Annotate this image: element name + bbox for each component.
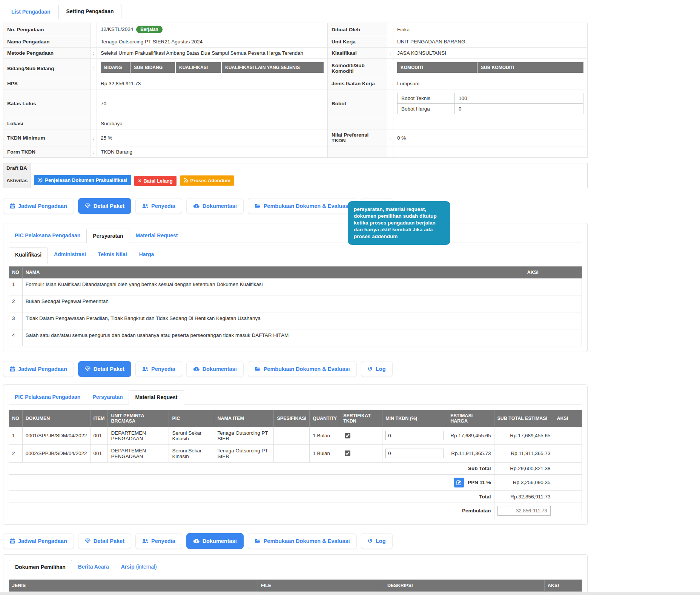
pembulatan-label: Pembulatan — [447, 503, 494, 519]
tab-pic-pelaksana[interactable]: PIC Pelaksana Pengadaan — [9, 390, 86, 404]
tab-arsip-internal[interactable]: Arsip (internal) — [115, 560, 163, 574]
s2-subtabs: PIC Pelaksana Pengadaan Persyaratan Mate… — [9, 390, 582, 404]
s3-log-button[interactable]: ↺ Log — [361, 533, 393, 549]
persyaratan-panel: PIC Pelaksana Pengadaan Persyaratan Mate… — [3, 223, 588, 352]
sub-total-value: Rp.29,600,821.38 — [494, 462, 554, 474]
calendar-icon — [10, 366, 15, 372]
tab-kualifikasi[interactable]: Kualifikasi — [9, 248, 48, 264]
aksi-cell — [524, 312, 582, 329]
aksi-cell — [524, 278, 582, 295]
aksi-cell — [524, 295, 582, 312]
rss-icon — [184, 178, 188, 183]
page-tabs: List Pengadaan Setting Pengadaan — [3, 4, 588, 19]
gem-icon — [85, 366, 91, 371]
x-icon: × — [138, 179, 141, 183]
s2-log-button[interactable]: ↺ Log — [361, 361, 393, 377]
s1-detail-paket-button[interactable]: Detail Paket — [78, 198, 131, 214]
aktivitas-content: Penjelasan Dokumen Prakualifikasi × Bata… — [31, 173, 588, 188]
info-row-bidang-komoditi: Bidang/Sub Bidang : BIDANG SUB BIDANG KU… — [3, 59, 588, 78]
batal-lelang-button[interactable]: × Batal Lelang — [134, 176, 176, 186]
tab-list-pengadaan[interactable]: List Pengadaan — [3, 5, 58, 19]
sertifikat-tkdn-checkbox[interactable] — [345, 433, 350, 438]
cloud-download-icon — [193, 203, 200, 208]
draft-aktivitas-table: Draft BA Aktivitas Penjelasan Dokumen Pr… — [3, 163, 588, 188]
pembulatan-input[interactable] — [497, 506, 551, 516]
section2-nav: Jadwal Pengadaan Detail Paket Penyedia D… — [3, 361, 588, 377]
kualifikasi-table: NO NAMA AKSI 1 Formulir Isian Kualifikas… — [9, 266, 582, 346]
pembulatan-row: Pembulatan — [9, 503, 582, 519]
dokumentasi-panel: Dokumen Pemilihan Berita Acara Arsip (in… — [3, 554, 588, 595]
min-tkdn-input[interactable] — [385, 431, 444, 440]
table-row: 1 0001/SPPJB/SDM/04/2022 001 DEPARTEMEN … — [9, 427, 582, 444]
tab-dokumen-pemilihan[interactable]: Dokumen Pemilihan — [9, 560, 72, 574]
bobot-table-cell: Bobot Teknis100 Bobot Harga0 — [393, 89, 588, 118]
info-row-form-tkdn: Form TKDN : TKDN Barang — [3, 146, 588, 158]
status-badge: Berjalan — [136, 26, 162, 33]
jenis-ikatan-value: Lumpsum — [393, 78, 588, 89]
s2-penyedia-button[interactable]: Penyedia — [135, 361, 182, 377]
nama-pengadaan-value: Tenaga Outsorcing PT SIER21 Agustus 2024 — [97, 36, 328, 48]
lokasi-value: Surabaya — [97, 118, 328, 129]
s2-dokumentasi-button[interactable]: Dokumentasi — [186, 361, 244, 377]
bobot-table: Bobot Teknis100 Bobot Harga0 — [397, 93, 583, 114]
s2-detail-paket-button[interactable]: Detail Paket — [78, 361, 131, 377]
section1-nav: Jadwal Pengadaan Detail Paket Penyedia D… — [3, 198, 588, 214]
info-row-no-pengadaan: No. Pengadaan : 12/KSTL/2024Berjalan Dib… — [3, 23, 588, 36]
table-row: 3 Tidak Dalam Pengawasan Peradilan, Tida… — [9, 312, 582, 329]
cloud-download-icon — [193, 366, 200, 371]
s3-detail-paket-button[interactable]: Detail Paket — [78, 533, 131, 549]
s3-dokumentasi-button[interactable]: Dokumentasi — [186, 533, 244, 549]
tab-material-request[interactable]: Material Request — [129, 229, 184, 243]
form-tkdn-value: TKDN Barang — [97, 146, 328, 158]
bidang-sub-bidang-table-cell: BIDANG SUB BIDANG KUALIFIKASI KUALIFIKAS… — [97, 59, 328, 78]
table-row: 2 Bukan Sebagai Pegawai Pemerintah — [9, 295, 582, 312]
tab-setting-pengadaan[interactable]: Setting Pengadaan — [58, 4, 121, 19]
penjelasan-dokumen-prakualifikasi-button[interactable]: Penjelasan Dokumen Prakualifikasi — [34, 175, 131, 185]
tab-pic-pelaksana[interactable]: PIC Pelaksana Pengadaan — [9, 229, 86, 243]
users-icon — [142, 366, 148, 371]
users-icon — [142, 203, 148, 208]
s2-jadwal-pengadaan-button[interactable]: Jadwal Pengadaan — [3, 361, 74, 377]
s2-pembukaan-dokumen-button[interactable]: Pembukaan Dokumen & Evaluasi — [248, 361, 357, 377]
edit-ppn-button[interactable] — [454, 478, 464, 487]
bobot-harga-value: 0 — [455, 104, 583, 114]
table-row: 1 Formulir Isian Kualifikasi Ditandatang… — [9, 278, 582, 295]
sertifikat-tkdn-checkbox[interactable] — [345, 450, 350, 456]
dibuat-oleh-value: Finka — [393, 23, 588, 36]
s3-jadwal-pengadaan-button[interactable]: Jadwal Pengadaan — [3, 533, 74, 549]
s3-pembukaan-dokumen-button[interactable]: Pembukaan Dokumen & Evaluasi — [248, 533, 357, 549]
cloud-download-icon — [193, 538, 200, 543]
total-row: Total Rp.32,856,911.73 — [9, 490, 582, 503]
aksi-cell — [524, 329, 582, 346]
subtotal-row: Sub Total Rp.29,600,821.38 — [9, 462, 582, 474]
tab-administrasi[interactable]: Administrasi — [48, 248, 92, 261]
s1-pembukaan-dokumen-button[interactable]: Pembukaan Dokumen & Evaluasi — [248, 198, 357, 214]
aktivitas-label: Aktivitas — [3, 173, 31, 188]
tab-harga[interactable]: Harga — [133, 248, 160, 261]
no-pengadaan-value: 12/KSTL/2024Berjalan — [97, 23, 328, 36]
unit-kerja-value: UNIT PENGADAAN BARANG — [393, 36, 588, 48]
proses-adendum-button[interactable]: Proses Adendum — [180, 175, 234, 186]
tab-teknis-nilai[interactable]: Teknis Nilai — [92, 248, 133, 261]
s1-jadwal-pengadaan-button[interactable]: Jadwal Pengadaan — [3, 198, 74, 214]
tab-persyaratan[interactable]: Persyaratan — [86, 229, 129, 243]
bidang-table: BIDANG SUB BIDANG KUALIFIKASI KUALIFIKAS… — [101, 62, 324, 73]
gem-icon — [85, 538, 91, 543]
material-request-table: NO DOKUMEN ITEM UNIT PEMINTA BRG/JASA PI… — [9, 410, 582, 519]
draft-ba-content — [31, 163, 588, 173]
min-tkdn-input[interactable] — [385, 449, 444, 458]
s1-dokumentasi-button[interactable]: Dokumentasi — [186, 198, 244, 214]
hps-value: Rp.32,856,911.73 — [97, 78, 328, 89]
bobot-teknis-value: 100 — [455, 93, 583, 104]
info-row-metode: Metode Pengadaan : Seleksi Umum Prakuali… — [3, 48, 588, 59]
page: List Pengadaan Setting Pengadaan No. Pen… — [0, 0, 588, 595]
s3-penyedia-button[interactable]: Penyedia — [135, 533, 182, 549]
s1-penyedia-button[interactable]: Penyedia — [135, 198, 182, 214]
tkdn-minimum-value: 25 % — [97, 129, 328, 146]
tab-persyaratan[interactable]: Persyaratan — [86, 390, 129, 404]
s1-subtabs: PIC Pelaksana Pengadaan Persyaratan Mate… — [9, 229, 582, 243]
history-icon: ↺ — [368, 367, 373, 371]
komoditi-table: KOMODITI SUB KOMODITI — [397, 62, 583, 73]
tab-material-request[interactable]: Material Request — [129, 390, 184, 404]
tab-berita-acara[interactable]: Berita Acara — [72, 560, 115, 574]
